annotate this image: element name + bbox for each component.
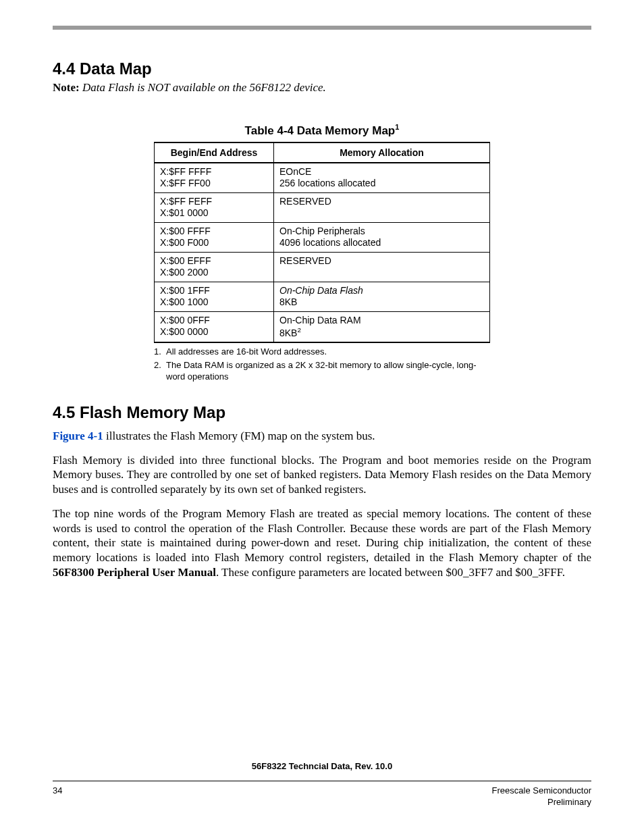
note-label: Note:: [53, 81, 80, 94]
footer-rule: [53, 781, 591, 781]
section-4-4-heading: 4.4 Data Map: [53, 59, 591, 78]
footer-status: Preliminary: [492, 797, 591, 808]
table-caption-text: Table 4-4 Data Memory Map: [245, 124, 396, 137]
data-memory-table: Begin/End Address Memory Allocation X:$F…: [154, 142, 490, 344]
table-row: X:$FF FFFFX:$FF FF00EOnCE256 locations a…: [155, 163, 490, 193]
p1-rest: illustrates the Flash Memory (FM) map on…: [103, 429, 375, 442]
footnote: 1.All addresses are 16-bit Word addresse…: [154, 346, 490, 358]
alloc-cell: RESERVED: [274, 252, 490, 282]
section-4-5-p2: Flash Memory is divided into three funct…: [53, 453, 591, 497]
alloc-cell: On-Chip Data Flash8KB: [274, 282, 490, 311]
section-4-5-heading: 4.5 Flash Memory Map: [53, 403, 591, 422]
p3-b: . These configure parameters are located…: [216, 566, 565, 579]
alloc-cell: EOnCE256 locations allocated: [274, 163, 490, 193]
footnote: 2.The Data RAM is organized as a 2K x 32…: [154, 359, 490, 383]
addr-cell: X:$FF FEFFX:$01 0000: [155, 192, 274, 222]
page-footer: 56F8322 Techncial Data, Rev. 10.0 34 Fre…: [53, 761, 591, 808]
footer-title: 56F8322 Techncial Data, Rev. 10.0: [53, 761, 591, 771]
section-4-5-p1: Figure 4-1 illustrates the Flash Memory …: [53, 429, 591, 444]
table-row: X:$00 FFFFX:$00 F000On-Chip Peripherals4…: [155, 222, 490, 252]
alloc-cell: On-Chip Peripherals4096 locations alloca…: [274, 222, 490, 252]
footnote-text: All addresses are 16-bit Word addresses.: [166, 346, 327, 358]
table-caption-sup: 1: [395, 123, 399, 131]
addr-cell: X:$00 1FFFX:$00 1000: [155, 282, 274, 311]
note-body: Data Flash is NOT available on the 56F81…: [80, 81, 326, 94]
section-4-4-note: Note: Data Flash is NOT available on the…: [53, 81, 591, 95]
addr-cell: X:$00 EFFFX:$00 2000: [155, 252, 274, 282]
footer-company: Freescale Semiconductor: [492, 785, 591, 797]
table-row: X:$00 1FFFX:$00 1000On-Chip Data Flash8K…: [155, 282, 490, 311]
footer-page-number: 34: [53, 785, 62, 808]
addr-cell: X:$00 FFFFX:$00 F000: [155, 222, 274, 252]
table-caption: Table 4-4 Data Memory Map1: [53, 123, 591, 138]
footnote-num: 1.: [154, 346, 163, 358]
table-header-col1: Begin/End Address: [155, 142, 274, 163]
p3-a: The top nine words of the Program Memory…: [53, 507, 591, 564]
figure-4-1-link[interactable]: Figure 4-1: [53, 429, 103, 442]
table-row: X:$00 0FFFX:$00 0000On-Chip Data RAM8KB2: [155, 311, 490, 342]
section-4-5-p3: The top nine words of the Program Memory…: [53, 506, 591, 580]
table-row: X:$00 EFFFX:$00 2000RESERVED: [155, 252, 490, 282]
addr-cell: X:$00 0FFFX:$00 0000: [155, 311, 274, 342]
p3-bold: 56F8300 Peripheral User Manual: [53, 566, 216, 579]
footnote-num: 2.: [154, 359, 163, 383]
footnote-text: The Data RAM is organized as a 2K x 32-b…: [166, 359, 490, 383]
table-header-col2: Memory Allocation: [274, 142, 490, 163]
header-rule: [53, 26, 591, 30]
alloc-cell: RESERVED: [274, 192, 490, 222]
table-footnotes: 1.All addresses are 16-bit Word addresse…: [154, 346, 490, 383]
table-row: X:$FF FEFFX:$01 0000RESERVED: [155, 192, 490, 222]
addr-cell: X:$FF FFFFX:$FF FF00: [155, 163, 274, 193]
alloc-cell: On-Chip Data RAM8KB2: [274, 311, 490, 342]
